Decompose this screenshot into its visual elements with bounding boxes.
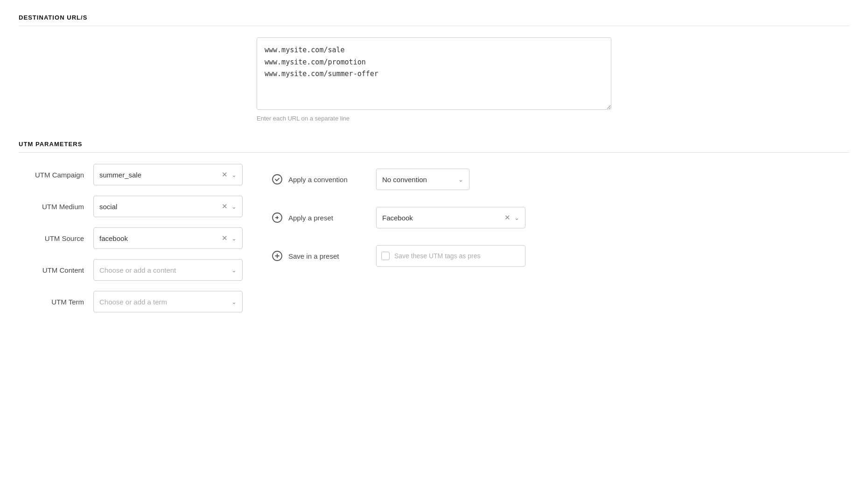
utm-term-label: UTM Term xyxy=(19,298,93,306)
utm-medium-value: social xyxy=(99,203,222,211)
save-preset-input-group: Save these UTM tags as pres xyxy=(376,245,525,267)
save-preset-checkbox[interactable] xyxy=(381,252,390,260)
preset-label: Apply a preset xyxy=(288,214,333,222)
utm-source-chevron-icon[interactable]: ⌄ xyxy=(231,235,237,242)
utm-medium-select[interactable]: social ✕ ⌄ xyxy=(93,196,243,217)
destination-title: DESTINATION URL/S xyxy=(19,14,849,21)
preset-label-group: Apply a preset xyxy=(271,211,369,224)
convention-value: No convention xyxy=(382,176,458,184)
preset-clear-icon[interactable]: ✕ xyxy=(504,213,511,222)
utm-source-label: UTM Source xyxy=(19,234,93,242)
utm-fields-left: UTM Campaign summer_sale ✕ ⌄ UTM Medium … xyxy=(19,164,243,323)
utm-content-select[interactable]: Choose or add a content ⌄ xyxy=(93,259,243,281)
convention-icon xyxy=(271,173,284,186)
convention-label-group: Apply a convention xyxy=(271,173,369,186)
convention-row: Apply a convention No convention ⌄ xyxy=(271,169,849,190)
utm-campaign-select[interactable]: summer_sale ✕ ⌄ xyxy=(93,164,243,185)
utm-term-chevron-icon[interactable]: ⌄ xyxy=(231,298,237,305)
save-preset-label: Save in a preset xyxy=(288,252,339,260)
utm-medium-row: UTM Medium social ✕ ⌄ xyxy=(19,196,243,217)
utm-content-label: UTM Content xyxy=(19,266,93,274)
preset-select[interactable]: Facebook ✕ ⌄ xyxy=(376,207,525,228)
utm-title: UTM PARAMETERS xyxy=(19,141,849,148)
save-preset-row: Save in a preset Save these UTM tags as … xyxy=(271,245,849,267)
preset-icon xyxy=(271,211,284,224)
utm-content-placeholder: Choose or add a content xyxy=(99,266,231,274)
utm-source-value: facebook xyxy=(99,234,222,242)
utm-term-placeholder: Choose or add a term xyxy=(99,298,231,306)
convention-select[interactable]: No convention ⌄ xyxy=(376,169,469,190)
utm-campaign-label: UTM Campaign xyxy=(19,171,93,179)
utm-fields-right: Apply a convention No convention ⌄ xyxy=(271,164,849,323)
utm-term-select[interactable]: Choose or add a term ⌄ xyxy=(93,291,243,312)
utm-content-row: UTM Content Choose or add a content ⌄ xyxy=(19,259,243,281)
utm-medium-label: UTM Medium xyxy=(19,203,93,211)
destination-url-textarea[interactable]: www.mysite.com/sale www.mysite.com/promo… xyxy=(257,37,611,110)
preset-chevron-icon[interactable]: ⌄ xyxy=(514,214,519,221)
preset-value: Facebook xyxy=(382,214,504,222)
utm-source-select[interactable]: facebook ✕ ⌄ xyxy=(93,227,243,249)
utm-medium-clear-icon[interactable]: ✕ xyxy=(222,202,228,211)
utm-source-row: UTM Source facebook ✕ ⌄ xyxy=(19,227,243,249)
save-preset-icon xyxy=(271,249,284,262)
convention-label: Apply a convention xyxy=(288,176,348,184)
utm-campaign-chevron-icon[interactable]: ⌄ xyxy=(231,171,237,178)
utm-term-row: UTM Term Choose or add a term ⌄ xyxy=(19,291,243,312)
utm-medium-chevron-icon[interactable]: ⌄ xyxy=(231,203,237,210)
convention-chevron-icon[interactable]: ⌄ xyxy=(458,176,463,183)
utm-campaign-clear-icon[interactable]: ✕ xyxy=(222,170,228,179)
preset-row: Apply a preset Facebook ✕ ⌄ xyxy=(271,207,849,228)
utm-content-chevron-icon[interactable]: ⌄ xyxy=(231,267,237,274)
utm-campaign-row: UTM Campaign summer_sale ✕ ⌄ xyxy=(19,164,243,185)
save-preset-placeholder: Save these UTM tags as pres xyxy=(394,252,486,260)
url-hint: Enter each URL on a separate line xyxy=(257,115,611,122)
utm-campaign-value: summer_sale xyxy=(99,171,222,179)
destination-divider xyxy=(19,26,849,26)
svg-point-0 xyxy=(273,175,282,184)
save-preset-label-group: Save in a preset xyxy=(271,249,369,262)
utm-divider xyxy=(19,152,849,153)
utm-source-clear-icon[interactable]: ✕ xyxy=(222,234,228,242)
